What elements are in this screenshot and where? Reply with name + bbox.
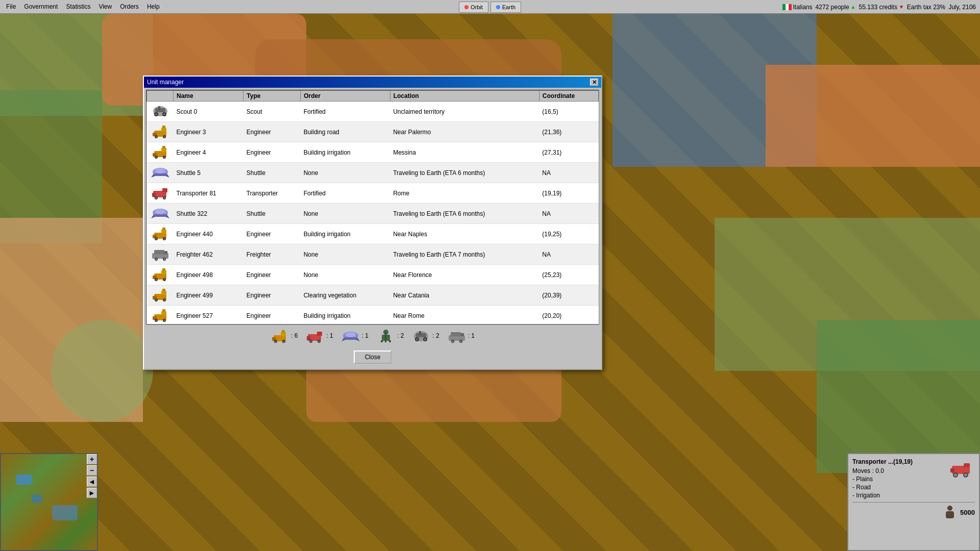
unit-location: Near Naples [390,224,539,244]
svg-rect-47 [162,228,165,230]
menu-orders[interactable]: Orders [116,2,143,11]
svg-rect-22 [162,146,165,148]
unit-icon-cell [147,142,174,163]
unit-location: Traveling to Earth (ETA 6 months) [390,204,539,224]
menu-help[interactable]: Help [143,2,164,11]
svg-rect-130 [461,333,464,336]
table-row[interactable]: Transporter 81 Transporter Fortified Rom… [147,183,599,204]
svg-point-102 [310,341,312,342]
earth-button[interactable]: Earth [491,2,521,13]
svg-point-127 [452,341,453,342]
unit-icon-cell [147,204,174,224]
svg-rect-139 [946,511,954,518]
unit-coordinate: NA [539,204,598,224]
unit-icon-cell [147,306,174,325]
unit-order: Clearing vegetation [301,285,390,306]
svg-rect-62 [162,268,165,271]
minimap: + − ◄ ► [0,453,98,551]
unit-name: Shuttle 5 [174,163,243,183]
earth-icon [496,5,500,9]
people-trend-icon: ▲ [851,4,856,10]
menu-file[interactable]: File [2,2,20,11]
table-row[interactable]: Shuttle 5 Shuttle None Traveling to Eart… [147,163,599,183]
col-order[interactable]: Order [301,91,390,102]
unit-manager-footer: : 6 : 1 : 1 : 2 [146,324,599,346]
unit-type: Shuttle [243,204,301,224]
unit-icon-cell [147,244,174,265]
table-row[interactable]: Engineer 3 Engineer Building road Near P… [147,122,599,142]
footer-unit-stat: : 2 [377,328,404,343]
svg-point-76 [163,320,165,321]
credits-value: 55.133 credits [859,4,897,11]
svg-point-115 [381,340,383,342]
unit-name: Freighter 462 [174,244,243,265]
svg-rect-6 [158,106,160,110]
table-row[interactable]: Engineer 498 Engineer None Near Florence… [147,265,599,285]
unit-coordinate: NA [539,163,598,183]
svg-rect-108 [344,337,358,340]
minimap-zoom-in[interactable]: + [87,454,97,464]
svg-point-58 [155,279,157,281]
col-location[interactable]: Location [390,91,539,102]
unit-order: Building irrigation [301,142,390,163]
credits-stat: 55.133 credits ▼ [859,4,904,11]
svg-rect-78 [162,309,165,312]
minimap-zoom-out[interactable]: − [87,465,97,475]
unit-preview-icon [949,458,975,479]
info-unit-name: Transporter ...(19,19) [852,458,913,465]
unit-location: Near Catania [390,285,539,306]
svg-rect-77 [161,311,166,315]
menu-statistics[interactable]: Statistics [62,2,94,11]
unit-coordinate: (19,25) [539,224,598,244]
unit-order: Building irrigation [301,306,390,325]
footer-unit-stat: : 1 [448,328,475,343]
col-type[interactable]: Type [243,91,301,102]
menu-view[interactable]: View [94,2,116,11]
orbit-button[interactable]: Orbit [459,2,488,13]
unit-icon-cell [147,265,174,285]
unit-type: Transporter [243,183,301,204]
menu-government[interactable]: Government [20,2,62,11]
table-row[interactable]: Freighter 462 Freighter None Traveling t… [147,244,599,265]
unit-name: Engineer 498 [174,265,243,285]
unit-table-container[interactable]: Name Type Order Location Coordinate Scou… [146,90,599,324]
unit-coordinate: (19,19) [539,183,598,204]
svg-point-3 [155,113,157,115]
minimap-arrow-right[interactable]: ► [87,488,97,498]
unit-name: Engineer 440 [174,224,243,244]
italian-flag [782,4,792,10]
unit-name: Engineer 3 [174,122,243,142]
svg-point-104 [318,341,320,342]
minimap-view[interactable] [1,454,97,550]
table-row[interactable]: Engineer 527 Engineer Building irrigatio… [147,306,599,325]
col-coordinate[interactable]: Coordinate [539,91,598,102]
table-row[interactable]: Scout 0 Scout Fortified Unclaimed territ… [147,102,599,122]
svg-rect-123 [419,331,421,335]
svg-point-122 [424,338,426,340]
unit-type: Shuttle [243,163,301,183]
svg-point-18 [155,157,157,158]
table-row[interactable]: Engineer 4 Engineer Building irrigation … [147,142,599,163]
table-row[interactable]: Engineer 440 Engineer Building irrigatio… [147,224,599,244]
unit-name: Scout 0 [174,102,243,122]
svg-point-33 [163,197,165,199]
minimap-arrow-left[interactable]: ◄ [87,477,97,487]
info-moves: Moves : 0.0 [852,467,913,474]
info-terrain2: - Road [852,484,913,491]
unit-coordinate: NA [539,244,598,265]
table-row[interactable]: Shuttle 322 Shuttle None Traveling to Ea… [147,204,599,224]
unit-type: Engineer [243,142,301,163]
unit-coordinate: (21,36) [539,122,598,142]
unit-name: Engineer 4 [174,142,243,163]
people-icon [944,505,956,520]
svg-point-74 [155,320,157,321]
dialog-close-button[interactable]: ✕ [590,79,598,86]
table-row[interactable]: Engineer 499 Engineer Clearing vegetatio… [147,285,599,306]
unit-name: Transporter 81 [174,183,243,204]
unit-coordinate: (16,5) [539,102,598,122]
dialog-titlebar: Unit manager ✕ [144,77,601,88]
close-button[interactable]: Close [354,350,392,364]
unit-name: Engineer 499 [174,285,243,306]
col-name[interactable]: Name [174,91,243,102]
svg-point-134 [954,473,957,477]
